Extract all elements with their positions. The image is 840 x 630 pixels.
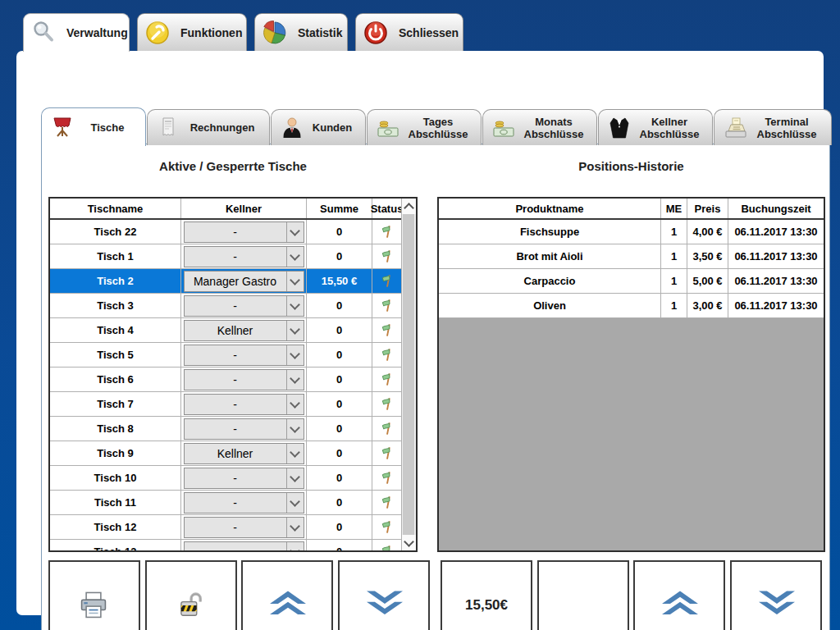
- history-scroll-down-button[interactable]: [730, 560, 822, 630]
- chevron-down-icon[interactable]: [286, 222, 304, 242]
- sub-tab-tische[interactable]: Tische: [41, 107, 146, 146]
- kellner-combo[interactable]: Kellner: [184, 443, 304, 464]
- tischname-cell: Tisch 1: [50, 244, 181, 268]
- kellner-combo[interactable]: -: [184, 418, 304, 440]
- table-row[interactable]: Tisch 11 - 0: [50, 491, 401, 515]
- magnifier-icon: [30, 20, 57, 46]
- entsperren-button[interactable]: Entsperren: [145, 560, 237, 630]
- tischname-cell: Tisch 3: [50, 294, 181, 317]
- scrollbar-down-button[interactable]: [402, 535, 416, 550]
- scrollbar-thumb[interactable]: [403, 214, 414, 535]
- kellner-combo[interactable]: Manager Gastro: [184, 271, 304, 292]
- kellner-combo-value: -: [185, 546, 286, 551]
- history-scroll-up-button[interactable]: [633, 560, 725, 630]
- table-row[interactable]: Tisch 12 - 0: [50, 515, 401, 540]
- sub-tab-kunden[interactable]: Kunden: [271, 109, 366, 145]
- summe-cell: 0: [307, 417, 372, 441]
- chevron-down-icon[interactable]: [286, 247, 304, 267]
- chevron-down-icon[interactable]: [286, 272, 304, 291]
- tab-schliessen[interactable]: Schliessen: [355, 13, 463, 51]
- chevron-down-icon[interactable]: [286, 345, 304, 365]
- scrollbar-up-button[interactable]: [402, 199, 416, 214]
- status-cell: [372, 368, 401, 391]
- buchungszeit-cell: 06.11.2017 13:30: [728, 244, 824, 268]
- infobeleg-button[interactable]: Infobeleg: [48, 560, 140, 630]
- history-row[interactable]: Brot mit Aioli 1 3,50 € 06.11.2017 13:30: [439, 244, 824, 269]
- tables-scroll-down-button[interactable]: [338, 560, 430, 630]
- tables-scroll-up-button[interactable]: [241, 560, 333, 630]
- tischname-cell: Tisch 22: [50, 220, 181, 244]
- double-chevron-down-icon: [367, 591, 401, 620]
- produktname-cell: Oliven: [439, 294, 661, 317]
- chevron-down-icon[interactable]: [286, 444, 304, 463]
- sub-tab-rechnungen[interactable]: Rechnungen: [147, 109, 270, 145]
- summe-cell: 0: [307, 491, 372, 514]
- tables-scrollbar[interactable]: [401, 199, 416, 550]
- printer-icon: [77, 591, 112, 620]
- chevron-down-icon[interactable]: [286, 542, 304, 551]
- status-flag-icon: [379, 445, 395, 461]
- sub-tab-monatsabschluesse[interactable]: Monats Abschlüsse: [482, 109, 597, 145]
- kellner-combo[interactable]: Kellner: [184, 320, 304, 341]
- kellner-combo[interactable]: -: [184, 468, 304, 489]
- kellner-combo[interactable]: -: [184, 492, 304, 514]
- chevron-down-icon[interactable]: [286, 518, 304, 537]
- kellner-combo[interactable]: -: [184, 295, 304, 317]
- kellner-cell: -: [181, 244, 307, 268]
- status-cell: [372, 294, 401, 317]
- column-header: Buchungszeit: [728, 199, 824, 218]
- chevron-down-icon[interactable]: [286, 370, 304, 390]
- table-row[interactable]: Tisch 10 - 0: [50, 466, 401, 491]
- chevron-down-icon[interactable]: [286, 419, 304, 439]
- tab-funktionen[interactable]: Funktionen: [137, 13, 247, 51]
- column-header: ME: [661, 199, 687, 218]
- kellner-cell: -: [181, 515, 307, 539]
- kellner-combo[interactable]: -: [184, 369, 304, 390]
- kellner-combo[interactable]: -: [184, 517, 304, 538]
- table-row[interactable]: Tisch 8 - 0: [50, 417, 401, 441]
- kellner-combo[interactable]: -: [184, 345, 304, 366]
- table-row[interactable]: Tisch 1 - 0: [50, 244, 401, 269]
- tab-verwaltung[interactable]: Verwaltung: [23, 13, 130, 52]
- table-row[interactable]: Tisch 13 - 0: [50, 540, 401, 550]
- table-row[interactable]: Tisch 7 - 0: [50, 392, 401, 417]
- table-row[interactable]: Tisch 4 Kellner 0: [50, 318, 401, 343]
- me-cell: 1: [661, 269, 687, 293]
- chevron-down-icon[interactable]: [286, 468, 304, 488]
- history-table: Produktname ME Preis Buchungszeit Fischs…: [437, 197, 825, 552]
- kellner-cell: -: [181, 540, 307, 550]
- history-row[interactable]: Oliven 1 3,00 € 06.11.2017 13:30: [439, 294, 824, 318]
- kellner-combo[interactable]: -: [184, 246, 304, 267]
- chevron-down-icon[interactable]: [286, 296, 304, 316]
- kellner-combo[interactable]: -: [184, 541, 304, 551]
- table-row[interactable]: Tisch 22 - 0: [50, 220, 401, 244]
- table-row[interactable]: Tisch 3 - 0: [50, 294, 401, 318]
- summe-display-button[interactable]: 15,50€: [441, 560, 532, 630]
- table-row[interactable]: Tisch 2 Manager Gastro 15,50 €: [50, 269, 401, 294]
- kellner-combo-value: Kellner: [185, 324, 286, 337]
- chevron-down-icon[interactable]: [286, 321, 304, 340]
- tischname-cell: Tisch 8: [50, 417, 181, 441]
- tischname-cell: Tisch 9: [50, 441, 181, 465]
- chevron-down-icon[interactable]: [286, 395, 304, 414]
- sub-tab-tagesabschluesse[interactable]: Tages Abschlüsse: [367, 109, 482, 145]
- kellner-combo[interactable]: -: [184, 221, 304, 243]
- status-cell: [372, 417, 401, 441]
- table-row[interactable]: Tisch 9 Kellner 0: [50, 441, 401, 466]
- empty-button[interactable]: [537, 560, 629, 630]
- double-chevron-up-icon: [662, 591, 696, 620]
- status-cell: [372, 515, 401, 539]
- status-flag-icon: [379, 495, 395, 510]
- chevron-down-icon[interactable]: [286, 493, 304, 513]
- sub-tab-terminalabschluesse[interactable]: Terminal Abschlüsse: [714, 109, 832, 145]
- preis-cell: 5,00 €: [687, 269, 728, 293]
- table-row[interactable]: Tisch 5 - 0: [50, 343, 401, 368]
- sub-tab-kellnerabschluesse[interactable]: Kellner Abschlüsse: [598, 109, 713, 145]
- tables-table: Tischname Kellner Summe Status Tisch 22 …: [48, 197, 418, 552]
- history-row[interactable]: Fischsuppe 1 4,00 € 06.11.2017 13:30: [439, 220, 824, 244]
- table-row[interactable]: Tisch 6 - 0: [50, 368, 401, 392]
- wrench-icon: [144, 20, 171, 46]
- history-row[interactable]: Carpaccio 1 5,00 € 06.11.2017 13:30: [439, 269, 824, 294]
- tab-statistik[interactable]: Statistik: [254, 13, 348, 51]
- kellner-combo[interactable]: -: [184, 394, 304, 415]
